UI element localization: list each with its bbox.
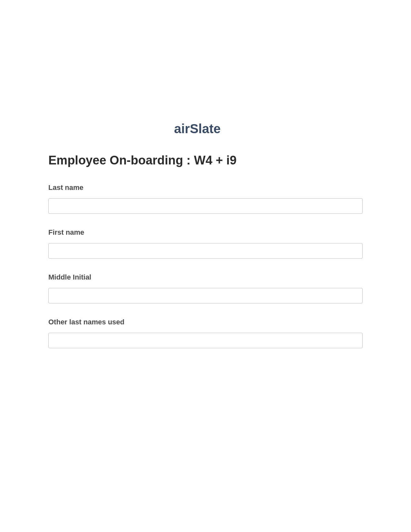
svg-text:airSlate: airSlate xyxy=(174,123,221,136)
field-middle-initial: Middle Initial xyxy=(48,273,363,303)
field-last-name: Last name xyxy=(48,183,363,214)
label-first-name: First name xyxy=(48,228,363,237)
field-other-last-names: Other last names used xyxy=(48,318,363,348)
input-other-last-names[interactable] xyxy=(48,333,363,348)
input-first-name[interactable] xyxy=(48,243,363,259)
form-container: airSlate Employee On-boarding : W4 + i9 … xyxy=(48,123,363,363)
brand-logo: airSlate xyxy=(48,123,363,137)
field-first-name: First name xyxy=(48,228,363,259)
label-last-name: Last name xyxy=(48,183,363,192)
input-last-name[interactable] xyxy=(48,198,363,214)
label-other-last-names: Other last names used xyxy=(48,318,363,326)
label-middle-initial: Middle Initial xyxy=(48,273,363,281)
airslate-logo-icon: airSlate xyxy=(174,123,237,136)
form-title: Employee On-boarding : W4 + i9 xyxy=(48,153,363,167)
input-middle-initial[interactable] xyxy=(48,288,363,303)
